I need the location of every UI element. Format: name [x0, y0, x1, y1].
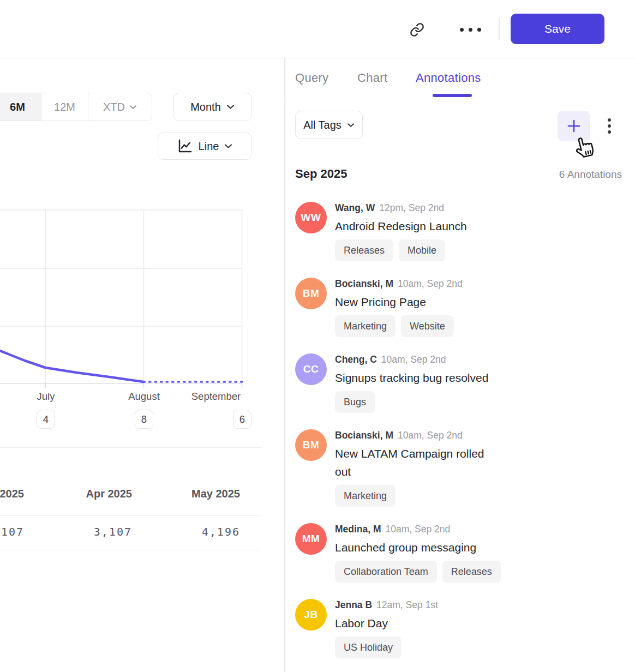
annotation-item[interactable]: MMMedina, M10am, Sep 2ndLaunched group m… [295, 522, 622, 583]
tag-pill[interactable]: Marketing [335, 485, 396, 507]
copy-link-button[interactable] [404, 17, 429, 41]
tab-label: Query [295, 71, 328, 85]
tag-pill[interactable]: Releases [335, 239, 393, 261]
annotation-count: 6 Annotations [559, 169, 622, 181]
tag-pill[interactable]: Website [401, 315, 454, 337]
range-tab-label: XTD [103, 101, 125, 113]
tab-chart[interactable]: Chart [357, 71, 387, 85]
link-icon [410, 22, 424, 37]
annotation-body: Jenna B12am, Sep 1stLabor DayUS Holiday [335, 598, 438, 658]
tab-label: Chart [357, 71, 387, 85]
line-chart[interactable] [0, 202, 284, 393]
granularity-dropdown[interactable]: Month [173, 93, 251, 121]
annotation-timestamp: 10am, Sep 2nd [398, 430, 463, 441]
annotation-tags: MarketingWebsite [335, 315, 463, 337]
annotation-list: WWWang, W12pm, Sep 2ndAndroid Redesign L… [295, 201, 622, 672]
annotation-author: Medina, M [335, 524, 381, 535]
tag-pill[interactable]: Collaboration Team [335, 561, 437, 583]
date-range-segmented-control: 6M12MXTD [0, 93, 152, 121]
month-annotation-badge[interactable]: 8 [135, 410, 153, 429]
annotation-title: Signups tracking bug resolved [335, 369, 488, 387]
month-annotation-badge[interactable]: 4 [37, 410, 55, 429]
table-cell-value: 107 [0, 525, 24, 538]
tag-pill[interactable]: Releases [442, 561, 501, 583]
tag-filter-dropdown[interactable]: All Tags [295, 111, 363, 139]
annotation-timestamp: 12am, Sep 1st [376, 599, 438, 610]
tab-annotations[interactable]: Annotations [416, 71, 481, 85]
annotation-meta: Wang, W12pm, Sep 2nd [335, 202, 467, 214]
avatar: BM [295, 278, 327, 309]
annotation-item[interactable]: WWWang, W12pm, Sep 2ndAndroid Redesign L… [295, 201, 622, 261]
month-annotation-badge[interactable]: 6 [233, 410, 251, 429]
annotation-body: Bocianski, M10am, Sep 2ndNew LATAM Campa… [335, 428, 501, 507]
annotation-tags: Bugs [335, 391, 488, 413]
annotation-item[interactable]: JBJenna B12am, Sep 1stLabor DayUS Holida… [295, 598, 622, 658]
annotation-title: Labor Day [335, 614, 438, 632]
more-icon [460, 28, 481, 32]
avatar: BM [295, 429, 327, 461]
annotation-item[interactable]: BMBocianski, M10am, Sep 2ndNew LATAM Cam… [295, 428, 622, 507]
annotation-timestamp: 10am, Sep 2nd [386, 524, 451, 535]
add-annotation-button[interactable] [558, 111, 590, 141]
annotation-tags: Collaboration TeamReleases [335, 561, 501, 583]
group-title: Sep 2025 [295, 167, 347, 181]
annotation-meta: Bocianski, M10am, Sep 2nd [335, 429, 501, 441]
range-tab-12m[interactable]: 12M [41, 93, 88, 121]
annotation-author: Jenna B [335, 599, 372, 610]
annotation-tags: ReleasesMobile [335, 239, 467, 261]
active-tab-underline [433, 94, 472, 97]
range-tab-6m[interactable]: 6M [0, 93, 41, 121]
top-bar: Save [0, 0, 635, 58]
annotation-body: Wang, W12pm, Sep 2ndAndroid Redesign Lau… [335, 201, 467, 261]
chart-editor-window: Save 6M12MXTD Month Line JulyAugustSepte… [0, 0, 635, 672]
annotation-meta: Bocianski, M10am, Sep 2nd [335, 278, 463, 290]
panel-divider [284, 58, 285, 672]
tab-query[interactable]: Query [295, 71, 328, 85]
range-tab-label: 12M [54, 101, 75, 113]
annotation-body: Medina, M10am, Sep 2ndLaunched group mes… [335, 522, 501, 583]
tabs-divider [285, 99, 635, 99]
avatar: CC [295, 353, 327, 385]
x-tick-september: September [191, 391, 241, 403]
plus-icon [566, 118, 582, 134]
tab-label: Annotations [416, 71, 481, 85]
chevron-down-icon [129, 105, 137, 110]
annotation-timestamp: 10am, Sep 2nd [381, 354, 446, 365]
annotation-tags: Marketing [335, 485, 501, 507]
annotation-meta: Jenna B12am, Sep 1st [335, 599, 438, 611]
chevron-down-icon [226, 104, 235, 110]
series-actual [0, 351, 143, 382]
summary-table: 2025107Apr 20253,107May 20254,196 [0, 447, 261, 550]
avatar: MM [295, 523, 327, 555]
range-tab-xtd[interactable]: XTD [88, 93, 152, 121]
annotation-meta: Cheng, C10am, Sep 2nd [335, 353, 488, 365]
table-column-header: 2025 [0, 488, 24, 500]
tag-pill[interactable]: US Holiday [335, 637, 402, 658]
annotations-menu-button[interactable] [600, 114, 619, 138]
annotation-title: New Pricing Page [335, 293, 463, 311]
tag-pill[interactable]: Marketing [335, 315, 396, 337]
annotation-group-header: Sep 2025 6 Annotations [295, 167, 622, 181]
x-tick-august: August [128, 391, 160, 403]
more-options-button[interactable] [454, 17, 486, 41]
annotation-timestamp: 10am, Sep 2nd [398, 278, 463, 289]
tag-pill[interactable]: Mobile [399, 239, 445, 261]
line-chart-icon [177, 138, 193, 154]
annotation-item[interactable]: BMBocianski, M10am, Sep 2ndNew Pricing P… [295, 277, 622, 337]
table-column-header: May 2025 [142, 488, 240, 500]
kebab-icon [608, 118, 611, 134]
annotation-author: Bocianski, M [335, 430, 393, 441]
annotation-meta: Medina, M10am, Sep 2nd [335, 523, 501, 535]
tag-pill[interactable]: Bugs [335, 391, 375, 413]
annotation-title: Android Redesign Launch [335, 217, 467, 235]
granularity-label: Month [190, 101, 221, 113]
chart-type-dropdown[interactable]: Line [158, 133, 251, 160]
save-button[interactable]: Save [511, 14, 604, 44]
annotation-tags: US Holiday [335, 637, 438, 658]
x-tick-july: July [37, 391, 55, 403]
tag-filter-label: All Tags [303, 119, 342, 131]
annotation-title: Launched group messaging [335, 538, 501, 556]
table-cell-value: 4,196 [142, 525, 240, 538]
annotation-item[interactable]: CCCheng, C10am, Sep 2ndSignups tracking … [295, 352, 622, 413]
annotation-title: New LATAM Campaign rolled out [335, 445, 501, 481]
